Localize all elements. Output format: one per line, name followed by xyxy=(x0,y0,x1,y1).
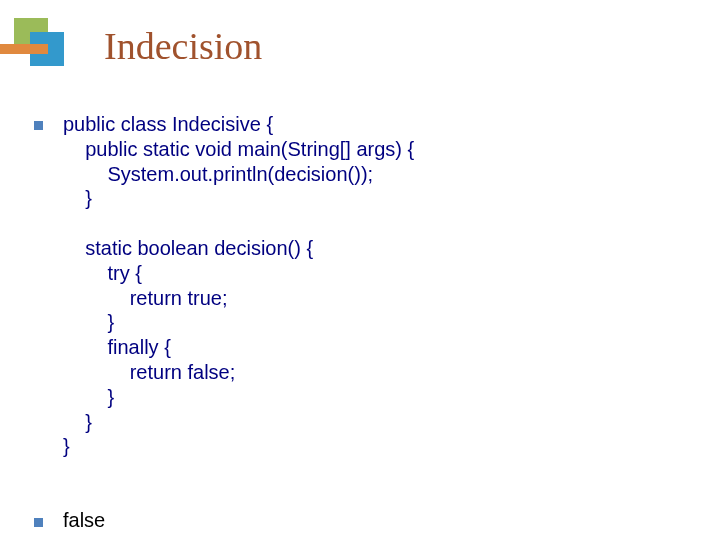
deco-bar-orange xyxy=(0,44,48,54)
bullet-icon xyxy=(34,121,43,130)
answer-text: false xyxy=(63,509,105,532)
answer-block: false xyxy=(34,509,700,532)
bullet-icon xyxy=(34,518,43,527)
slide-title: Indecision xyxy=(104,24,262,68)
slide-content: public class Indecisive { public static … xyxy=(34,112,700,534)
code-text: public class Indecisive { public static … xyxy=(63,112,414,459)
code-block: public class Indecisive { public static … xyxy=(34,112,700,459)
